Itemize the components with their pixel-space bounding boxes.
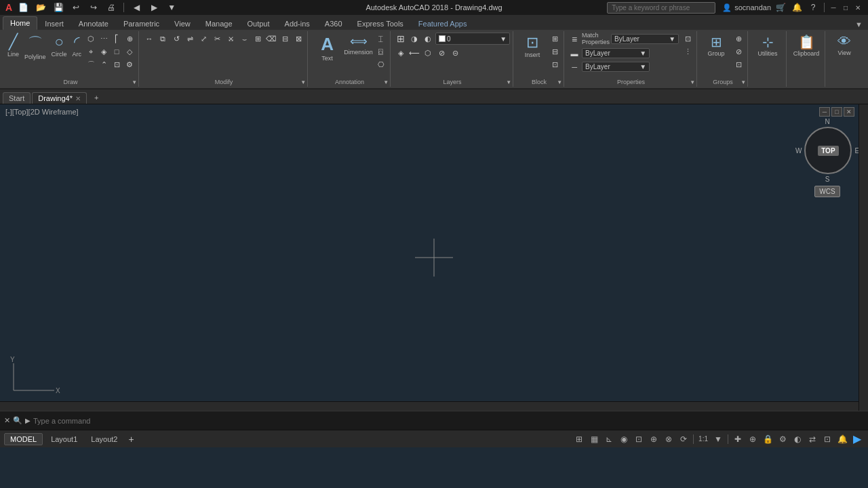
props-ext2[interactable]: ⋮ — [682, 45, 694, 58]
clipboard-button[interactable]: 📋 Clipboard — [791, 33, 821, 58]
text-button[interactable]: A Text — [313, 33, 342, 63]
status-lock[interactable]: 🔒 — [761, 432, 774, 446]
mod-5[interactable]: ⤢ — [197, 33, 210, 45]
draw-small-3[interactable]: ⎡ — [111, 33, 123, 45]
cmd-close-icon[interactable]: ✕ — [4, 416, 10, 425]
mod-4[interactable]: ⇌ — [184, 33, 196, 45]
draw-expand[interactable]: ▼ — [132, 79, 137, 85]
qa-undo[interactable]: ↩ — [69, 1, 83, 14]
grp-btn3[interactable]: ⊡ — [732, 58, 745, 70]
layer-btn6[interactable]: ⬡ — [422, 47, 434, 59]
cmd-arrow-icon[interactable]: ▶ — [25, 417, 31, 424]
draw-small-10[interactable]: ⌃ — [98, 58, 110, 70]
status-hw[interactable]: ⚙ — [776, 432, 789, 446]
properties-expand[interactable]: ▼ — [690, 79, 695, 85]
tab-view[interactable]: View — [167, 17, 198, 30]
status-grid[interactable]: ▦ — [587, 432, 601, 446]
line-button[interactable]: ╱ Line — [5, 33, 21, 58]
status-snap[interactable]: ⊞ — [572, 432, 586, 446]
props-ext1[interactable]: ⊡ — [682, 33, 694, 45]
ribbon-toggle[interactable]: ▼ — [852, 19, 865, 30]
minimize-button[interactable]: ─ — [829, 3, 838, 12]
mod-3[interactable]: ↺ — [170, 33, 182, 45]
grp-btn2[interactable]: ⊘ — [732, 45, 745, 58]
add-tab[interactable]: + — [88, 92, 104, 104]
tab-home[interactable]: Home — [3, 16, 37, 30]
view-button[interactable]: 👁 View — [829, 33, 859, 58]
mod-2[interactable]: ⧉ — [157, 33, 169, 45]
mod-8[interactable]: ⌣ — [238, 33, 250, 45]
mod-12[interactable]: ⊠ — [292, 33, 304, 45]
tab-output[interactable]: Output — [240, 17, 277, 30]
dimension-button[interactable]: ⟺ Dimension — [344, 33, 374, 57]
qa-forward[interactable]: ▶ — [147, 1, 161, 14]
layout2-tab[interactable]: Layout2 — [85, 434, 123, 445]
annotation-expand[interactable]: ▼ — [383, 79, 389, 85]
props-btn2[interactable]: ─ — [568, 61, 580, 73]
draw-small-6[interactable]: ◈ — [98, 45, 110, 58]
qa-dropdown[interactable]: ▼ — [165, 1, 178, 14]
tab-insert[interactable]: Insert — [37, 17, 71, 30]
layer-btn7[interactable]: ⊘ — [435, 47, 448, 59]
drawing-tab[interactable]: Drawing4* ✕ — [32, 92, 87, 104]
status-ortho[interactable]: ⊾ — [602, 432, 616, 446]
layer-btn4[interactable]: ◈ — [395, 47, 407, 59]
layers-expand[interactable]: ▼ — [506, 79, 511, 85]
qa-back[interactable]: ◀ — [130, 1, 143, 14]
tab-annotate[interactable]: Annotate — [71, 17, 116, 30]
layer-btn5[interactable]: ⟵ — [408, 47, 420, 59]
mod-7[interactable]: ⤩ — [224, 33, 237, 45]
circle-button[interactable]: ○ Circle — [50, 33, 69, 58]
modify-expand[interactable]: ▼ — [300, 79, 306, 85]
tab-manage[interactable]: Manage — [198, 17, 240, 30]
ann-2[interactable]: ⌼ — [375, 45, 387, 58]
title-btn2[interactable]: 🔔 — [790, 1, 804, 14]
title-btn1[interactable]: 🛒 — [774, 1, 787, 14]
status-osnap[interactable]: ⊡ — [632, 432, 646, 446]
compass-circle[interactable]: TOP — [804, 127, 852, 174]
block-expand[interactable]: ▼ — [557, 79, 562, 85]
draw-small-12[interactable]: ⚙ — [123, 58, 136, 70]
draw-small-11[interactable]: ⊡ — [111, 58, 123, 70]
layout1-tab[interactable]: Layout1 — [45, 434, 83, 445]
qa-redo[interactable]: ↪ — [87, 1, 100, 14]
layer-props-btn[interactable]: ⊞ — [395, 33, 407, 45]
status-ws[interactable]: ⊕ — [746, 432, 760, 446]
layer-btn3[interactable]: ◐ — [422, 33, 434, 45]
tab-addins[interactable]: Add-ins — [277, 17, 317, 30]
mod-10[interactable]: ⌫ — [265, 33, 277, 45]
props-bylayer2[interactable]: ByLayer ▼ — [582, 48, 650, 58]
close-button[interactable]: ✕ — [853, 3, 863, 12]
polyline-button[interactable]: ⌒ Polyline — [22, 33, 48, 61]
status-sel-cycling[interactable]: ⇄ — [806, 432, 819, 446]
mod-9[interactable]: ⊞ — [252, 33, 264, 45]
arc-button[interactable]: ◜ Arc — [71, 33, 84, 58]
draw-small-7[interactable]: □ — [111, 45, 123, 58]
ann-1[interactable]: ⌶ — [375, 33, 387, 45]
status-ducs[interactable]: ⟳ — [677, 432, 690, 446]
wcs-button[interactable]: WCS — [814, 186, 840, 197]
status-otrack[interactable]: ⊗ — [662, 432, 675, 446]
match-props-icon[interactable]: ≡ — [568, 33, 580, 45]
draw-small-1[interactable]: ⬡ — [85, 33, 97, 45]
tab-a360[interactable]: A360 — [317, 17, 350, 30]
tab-parametric[interactable]: Parametric — [116, 17, 167, 30]
draw-small-4[interactable]: ⊕ — [123, 33, 136, 45]
vp-minimize[interactable]: ─ — [819, 107, 830, 117]
insert-button[interactable]: ⊡ Insert — [517, 33, 547, 60]
props-bylayer3[interactable]: ByLayer ▼ — [582, 62, 650, 72]
draw-small-8[interactable]: ◇ — [123, 45, 136, 58]
tab-featured[interactable]: Featured Apps — [411, 17, 475, 30]
status-anno[interactable]: ✚ — [731, 432, 745, 446]
status-scale-btn[interactable]: ▼ — [711, 432, 725, 446]
draw-small-2[interactable]: ⋯ — [98, 33, 110, 45]
status-anno-mon[interactable]: ⊡ — [821, 432, 834, 446]
close-tab-icon[interactable]: ✕ — [75, 95, 81, 102]
props-btn1[interactable]: ▬ — [568, 47, 580, 60]
command-input[interactable] — [33, 417, 864, 425]
groups-expand[interactable]: ▼ — [741, 79, 746, 85]
block-btn1[interactable]: ⊞ — [549, 33, 561, 45]
mod-1[interactable]: ↔ — [143, 33, 155, 45]
vertical-scrollbar[interactable] — [859, 104, 868, 411]
status-polar[interactable]: ◉ — [617, 432, 631, 446]
